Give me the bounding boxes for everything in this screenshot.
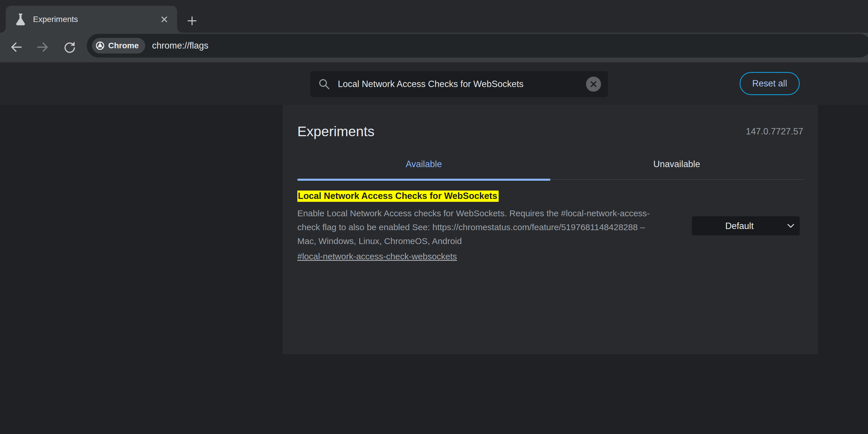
tab-title: Experiments (33, 15, 78, 24)
reload-icon[interactable] (63, 40, 76, 54)
flag-title: Local Network Access Checks for WebSocke… (297, 190, 650, 202)
experiments-panel: Experiments 147.0.7727.57 Available Unav… (283, 105, 818, 354)
flask-icon (16, 13, 26, 26)
close-icon[interactable] (158, 13, 170, 25)
flag-description-line: Mac, Windows, Linux, ChromeOS, Android (297, 234, 650, 248)
tab-available[interactable]: Available (297, 157, 550, 179)
browser-tab-experiments[interactable]: Experiments (6, 6, 177, 33)
flag-description: Enable Local Network Access checks for W… (297, 207, 650, 248)
tab-unavailable[interactable]: Unavailable (550, 157, 804, 179)
version-number: 147.0.7727.57 (746, 126, 803, 137)
back-icon[interactable] (10, 40, 23, 54)
tab-strip: Experiments (0, 0, 868, 33)
active-tab-underline (297, 179, 550, 181)
flag-description-line: check flag to also be enabled See: https… (297, 220, 650, 234)
flag-select-wrap: Default (692, 216, 800, 235)
chrome-logo-icon (95, 41, 105, 50)
search-input[interactable] (338, 79, 582, 89)
address-bar[interactable]: Chrome chrome://flags (87, 34, 868, 58)
flag-permalink[interactable]: #local-network-access-check-websockets (297, 252, 457, 261)
page-title: Experiments (297, 123, 375, 140)
flag-select[interactable]: Default (692, 216, 800, 235)
new-tab-icon[interactable] (186, 14, 198, 27)
flags-tabs: Available Unavailable (297, 157, 803, 180)
search-box (310, 71, 608, 97)
flag-description-line: Enable Local Network Access checks for W… (297, 207, 650, 220)
flag-info: Local Network Access Checks for WebSocke… (297, 190, 650, 261)
reset-all-button[interactable]: Reset all (740, 72, 800, 95)
clear-icon[interactable] (586, 76, 601, 92)
forward-icon[interactable] (36, 40, 49, 54)
url-text: chrome://flags (152, 40, 209, 51)
chip-label: Chrome (108, 41, 139, 50)
chrome-chip[interactable]: Chrome (92, 38, 145, 54)
flag-title-highlight: Local Network Access Checks for WebSocke… (297, 190, 499, 202)
flag-entry: Local Network Access Checks for WebSocke… (297, 190, 803, 261)
search-icon (318, 78, 330, 90)
panel-head: Experiments 147.0.7727.57 (297, 105, 803, 140)
